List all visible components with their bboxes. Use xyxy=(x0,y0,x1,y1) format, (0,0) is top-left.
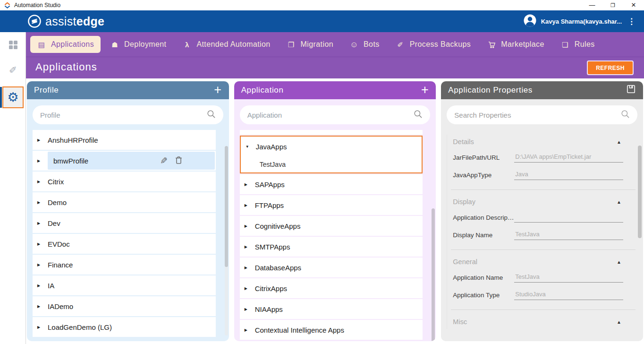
expand-caret-icon[interactable]: ▶ xyxy=(245,266,250,270)
expand-caret-icon[interactable]: ▶ xyxy=(37,242,43,246)
minimize-button[interactable]: — xyxy=(582,0,602,10)
property-value-field[interactable]: TestJava xyxy=(514,273,623,283)
application-row[interactable]: ▶ Contextual Intelligence Apps xyxy=(240,320,423,340)
expand-caret-icon[interactable]: ▶ xyxy=(245,182,250,187)
application-panel-header: Application + xyxy=(234,81,436,99)
search-icon[interactable] xyxy=(414,110,423,120)
collapse-triangle-icon[interactable]: ▲ xyxy=(617,139,621,145)
property-value-field[interactable]: Java xyxy=(514,171,623,180)
profile-row[interactable]: ▶ Dev xyxy=(33,213,216,233)
gear-button[interactable]: ⚙ xyxy=(2,86,24,108)
expand-caret-icon[interactable]: ▶ xyxy=(245,203,250,207)
profile-row[interactable]: ▶ IADemo xyxy=(33,296,216,316)
application-row[interactable]: ▶ SMTPApps xyxy=(240,237,423,257)
application-group-row[interactable]: ▼ JavaApps xyxy=(241,137,422,156)
scrollbar-thumb[interactable] xyxy=(432,208,435,341)
tab-deployment[interactable]: ☗ Deployment xyxy=(103,36,173,53)
application-row[interactable]: ▶ FTPApps xyxy=(240,195,423,215)
expand-caret-icon[interactable]: ▶ xyxy=(37,263,43,267)
application-row[interactable]: ▶ DatabaseApps xyxy=(240,258,423,277)
selected-highlight: bmwProfile ✎ xyxy=(48,152,215,170)
expand-caret-icon[interactable]: ▶ xyxy=(37,221,43,225)
expand-caret-icon[interactable]: ▶ xyxy=(245,286,250,291)
profile-row[interactable]: ▶ Demo xyxy=(33,192,216,212)
section-header-misc[interactable]: Misc ▲ xyxy=(451,315,637,329)
profile-row[interactable]: ▶ EVDoc xyxy=(33,234,216,254)
property-value-field[interactable] xyxy=(514,213,623,223)
tab-marketplace[interactable]: Marketplace xyxy=(480,36,551,53)
search-icon[interactable] xyxy=(621,110,630,120)
property-value-field[interactable]: D:\JAVA apps\EmpTicket.jar xyxy=(514,153,623,163)
application-panel: Application + ▼ JavaApps xyxy=(234,81,436,341)
application-properties-panel: Application Properties xyxy=(441,81,643,341)
application-row[interactable]: ▶ NIAApps xyxy=(240,299,423,319)
section-header-general[interactable]: General ▲ xyxy=(451,255,637,269)
collapse-triangle-icon[interactable]: ▲ xyxy=(617,319,621,325)
expand-caret-icon[interactable]: ▶ xyxy=(245,224,250,228)
application-child-row[interactable]: TestJava xyxy=(241,156,422,172)
active-indicator-bar xyxy=(0,87,2,108)
application-row[interactable]: ▶ CitrixApps xyxy=(240,278,423,298)
tab-attended-automation[interactable]: λ Attended Automation xyxy=(176,36,277,53)
edit-icon[interactable]: ✎ xyxy=(160,155,168,166)
property-value-field[interactable]: TestJava xyxy=(514,231,623,240)
partial-row[interactable] xyxy=(240,130,423,135)
selected-application-group[interactable]: ▼ JavaApps TestJava xyxy=(240,136,423,173)
profile-panel-body: ▶ AnshuHRProfile ▶ bmwProfile ✎ xyxy=(27,99,229,341)
expand-caret-icon[interactable]: ▶ xyxy=(37,325,43,329)
profile-row[interactable]: ▶ LoadGenDemo (LG) xyxy=(33,317,216,337)
expand-caret-icon[interactable]: ▶ xyxy=(37,200,43,205)
collapse-caret-icon[interactable]: ▼ xyxy=(246,145,251,149)
restore-button[interactable]: ❐ xyxy=(602,0,623,10)
add-application-button[interactable]: + xyxy=(421,84,429,96)
refresh-button[interactable]: REFRESH xyxy=(587,60,634,75)
property-field: JarFilePath/URL D:\JAVA apps\EmpTicket.j… xyxy=(451,149,637,166)
expand-caret-icon[interactable]: ▶ xyxy=(37,284,43,288)
tab-applications[interactable]: ▤ Applications xyxy=(30,36,101,53)
expand-caret-icon[interactable]: ▶ xyxy=(37,180,43,184)
search-icon[interactable] xyxy=(207,110,216,120)
scrollbar-thumb[interactable] xyxy=(225,146,228,267)
rules-icon: ❏ xyxy=(560,41,570,48)
collapse-triangle-icon[interactable]: ▲ xyxy=(617,259,621,265)
application-search-input[interactable] xyxy=(247,111,414,119)
properties-search-input[interactable] xyxy=(454,111,621,119)
application-row[interactable]: ▶ CognitiveApps xyxy=(240,216,423,236)
profile-search-input[interactable] xyxy=(40,111,207,119)
page-header: Applications REFRESH xyxy=(26,57,644,78)
process-backups-icon: ✐ xyxy=(396,41,405,48)
expand-caret-icon[interactable]: ▶ xyxy=(245,245,250,249)
profile-row[interactable]: ▶ Finance xyxy=(33,255,216,275)
profile-row[interactable]: ▶ AnshuHRProfile xyxy=(33,130,216,150)
expand-caret-icon[interactable]: ▶ xyxy=(245,328,250,332)
expand-caret-icon[interactable]: ▶ xyxy=(37,159,43,163)
application-row[interactable]: ▶ SAPApps xyxy=(240,174,423,194)
collapse-triangle-icon[interactable]: ▲ xyxy=(617,199,621,205)
section-divider xyxy=(451,249,636,250)
user-avatar[interactable] xyxy=(524,14,536,29)
trash-icon[interactable] xyxy=(175,155,183,166)
settings-nav-item[interactable]: ⚙ xyxy=(0,86,25,108)
save-icon[interactable] xyxy=(626,84,636,96)
expand-caret-icon[interactable]: ▶ xyxy=(37,138,43,142)
close-button[interactable]: ✕ xyxy=(623,0,644,10)
add-profile-button[interactable]: + xyxy=(214,84,221,96)
expand-caret-icon[interactable]: ▶ xyxy=(245,307,250,311)
tab-bots[interactable]: ☺ Bots xyxy=(343,36,386,53)
profile-row[interactable]: ▶ Citrix xyxy=(33,172,216,191)
property-value-field[interactable]: StudioJava xyxy=(514,291,623,300)
pencil-icon[interactable]: ✎ xyxy=(8,57,19,83)
grid-menu-icon[interactable] xyxy=(0,40,26,50)
tab-process-backups[interactable]: ✐ Process Backups xyxy=(389,36,478,53)
scrollbar-thumb[interactable] xyxy=(638,146,642,238)
section-divider xyxy=(451,310,636,310)
tab-rules[interactable]: ❏ Rules xyxy=(554,36,602,53)
expand-caret-icon[interactable]: ▶ xyxy=(37,304,43,309)
profile-row[interactable]: ▶ IA xyxy=(33,275,216,295)
tab-migration[interactable]: ❐ Migration xyxy=(280,36,340,53)
section-header-details[interactable]: Details ▲ xyxy=(451,135,637,149)
section-header-display[interactable]: Display ▲ xyxy=(451,195,637,209)
marketplace-icon xyxy=(487,40,496,49)
kebab-menu-icon[interactable]: ⋮ xyxy=(627,17,636,26)
profile-row-selected[interactable]: ▶ bmwProfile ✎ xyxy=(33,151,216,171)
